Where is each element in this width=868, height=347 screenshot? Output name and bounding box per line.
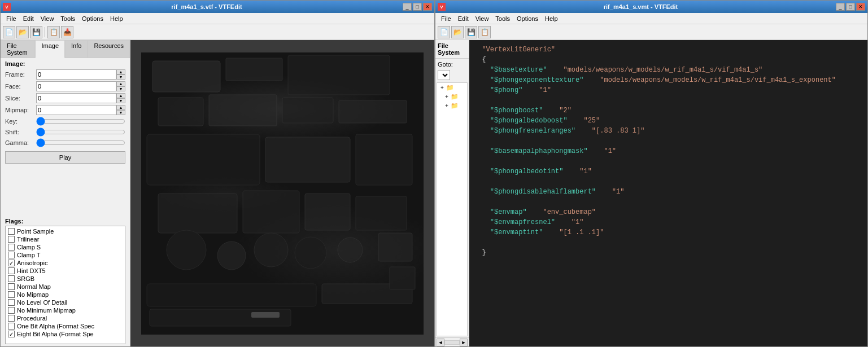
mipmap-label: Mipmap:: [5, 107, 36, 113]
flag-item-6[interactable]: SRGB: [7, 275, 124, 283]
save-button[interactable]: 💾: [30, 26, 42, 38]
flag-item-5[interactable]: Hint DXT5: [7, 267, 124, 275]
flag-checkbox-11[interactable]: [8, 315, 15, 322]
flag-checkbox-1[interactable]: [8, 236, 15, 243]
right-save-button[interactable]: 💾: [465, 26, 477, 38]
flag-checkbox-0[interactable]: [8, 228, 15, 235]
frame-input[interactable]: [36, 69, 116, 80]
right-menu-tools[interactable]: Tools: [492, 14, 513, 23]
left-title-bar: V rif_m4a1_s.vtf - VTFEdit _ □ ✕: [1, 1, 434, 13]
face-spinner: ▲ ▼: [116, 81, 125, 91]
flag-item-13[interactable]: ✓Eight Bit Alpha (Format Spe: [7, 330, 124, 338]
flag-item-0[interactable]: Point Sample: [7, 227, 124, 235]
goto-dropdown[interactable]: [438, 70, 450, 80]
filesystem-tab[interactable]: File System: [435, 40, 469, 59]
flag-checkbox-4[interactable]: ✓: [8, 260, 15, 266]
tree-item-2[interactable]: + 📁: [437, 92, 467, 101]
left-menu-options[interactable]: Options: [78, 14, 107, 23]
code-line-9: [474, 136, 863, 146]
open-button[interactable]: 📂: [16, 26, 29, 38]
left-menu-tools[interactable]: Tools: [57, 14, 78, 23]
key-slider[interactable]: [36, 117, 125, 126]
fs-tree-area: + 📁 + 📁 + 📁: [437, 82, 468, 336]
flag-checkbox-7[interactable]: [8, 283, 15, 290]
right-new-button[interactable]: 📄: [438, 26, 450, 38]
new-button[interactable]: 📄: [3, 26, 15, 38]
flag-item-9[interactable]: No Level Of Detail: [7, 298, 124, 306]
flag-item-12[interactable]: One Bit Alpha (Format Spec: [7, 322, 124, 330]
flag-item-1[interactable]: Trilinear: [7, 235, 124, 243]
tab-filesystem[interactable]: File System: [1, 40, 35, 58]
left-minimize-button[interactable]: _: [403, 3, 412, 11]
mipmap-spin-up[interactable]: ▲: [116, 105, 125, 110]
right-menu-file[interactable]: File: [438, 14, 455, 23]
mipmap-input[interactable]: [36, 105, 116, 115]
slice-spinner: ▲ ▼: [116, 93, 125, 103]
right-open-button[interactable]: 📂: [451, 26, 464, 38]
right-minimize-button[interactable]: _: [836, 3, 845, 11]
code-line-10: "$basemapalphaphongmask" "1": [474, 146, 863, 156]
right-saveas-button[interactable]: 📋: [478, 26, 491, 38]
code-line-4: "$phong" "1": [474, 85, 863, 95]
left-menu-edit[interactable]: Edit: [20, 14, 37, 23]
tab-image[interactable]: Image: [35, 40, 65, 58]
tab-resources[interactable]: Resources: [88, 40, 130, 58]
flag-item-8[interactable]: No Mipmap: [7, 291, 124, 298]
key-row: Key:: [5, 117, 125, 126]
slice-spin-up[interactable]: ▲: [116, 93, 125, 98]
flag-item-3[interactable]: Clamp T: [7, 251, 124, 259]
code-line-16: "$envmap" "env_cubemap": [474, 207, 863, 217]
face-input[interactable]: [36, 81, 116, 91]
tree-item-1[interactable]: + 📁: [437, 83, 467, 92]
flag-item-11[interactable]: Procedural: [7, 314, 124, 322]
right-close-button[interactable]: ✕: [856, 3, 865, 11]
mipmap-spin-down[interactable]: ▼: [116, 110, 125, 115]
left-menu-help[interactable]: Help: [107, 14, 127, 23]
flag-checkbox-2[interactable]: [8, 244, 15, 251]
flag-checkbox-13[interactable]: ✓: [8, 331, 15, 337]
svg-rect-9: [356, 134, 412, 185]
tab-info[interactable]: Info: [65, 40, 88, 58]
shift-row: Shift:: [5, 128, 125, 137]
play-button[interactable]: Play: [5, 151, 125, 164]
left-menu-file[interactable]: File: [3, 14, 20, 23]
import-button[interactable]: 📥: [61, 26, 73, 38]
tree-item-3[interactable]: + 📁: [437, 101, 467, 110]
flag-checkbox-9[interactable]: [8, 299, 15, 306]
right-menu-view[interactable]: View: [472, 14, 492, 23]
frame-spin-down[interactable]: ▼: [116, 74, 125, 80]
flag-item-10[interactable]: No Minimum Mipmap: [7, 306, 124, 314]
flag-checkbox-10[interactable]: [8, 307, 15, 314]
face-spin-up[interactable]: ▲: [116, 81, 125, 86]
code-line-2: "$basetexture" "models/weapons/w_models/…: [474, 65, 863, 75]
slice-input[interactable]: [36, 93, 116, 103]
flag-checkbox-8[interactable]: [8, 291, 15, 298]
flag-item-2[interactable]: Clamp S: [7, 243, 124, 251]
left-close-button[interactable]: ✕: [423, 3, 432, 11]
shift-slider[interactable]: [36, 128, 125, 137]
right-menu-edit[interactable]: Edit: [455, 14, 472, 23]
face-spin-down[interactable]: ▼: [116, 86, 125, 91]
scroll-right-button[interactable]: ►: [460, 339, 468, 346]
image-section-label: Image:: [5, 60, 125, 67]
flags-list: Point SampleTrilinearClamp SClamp T✓Anis…: [5, 226, 125, 344]
copy-button[interactable]: 📋: [47, 26, 60, 38]
left-menu-view[interactable]: View: [37, 14, 58, 23]
frame-spin-up[interactable]: ▲: [116, 69, 125, 74]
flag-item-4[interactable]: ✓Anisotropic: [7, 259, 124, 267]
flag-label-10: No Minimum Mipmap: [17, 307, 76, 314]
flag-item-7[interactable]: Normal Map: [7, 283, 124, 291]
flag-checkbox-5[interactable]: [8, 267, 15, 274]
hscroll-track[interactable]: [444, 340, 460, 345]
scroll-left-button[interactable]: ◄: [437, 339, 444, 346]
slice-spin-down[interactable]: ▼: [116, 98, 125, 103]
gamma-slider[interactable]: [36, 138, 125, 147]
flag-checkbox-12[interactable]: [8, 323, 15, 330]
flag-checkbox-3[interactable]: [8, 252, 15, 258]
right-menu-options[interactable]: Options: [513, 14, 542, 23]
left-maximize-button[interactable]: □: [413, 3, 422, 11]
right-menu-help[interactable]: Help: [542, 14, 561, 23]
right-maximize-button[interactable]: □: [846, 3, 855, 11]
code-editor[interactable]: "VertexLitGeneric" { "$basetexture" "mod…: [469, 40, 867, 346]
flag-checkbox-6[interactable]: [8, 275, 15, 282]
